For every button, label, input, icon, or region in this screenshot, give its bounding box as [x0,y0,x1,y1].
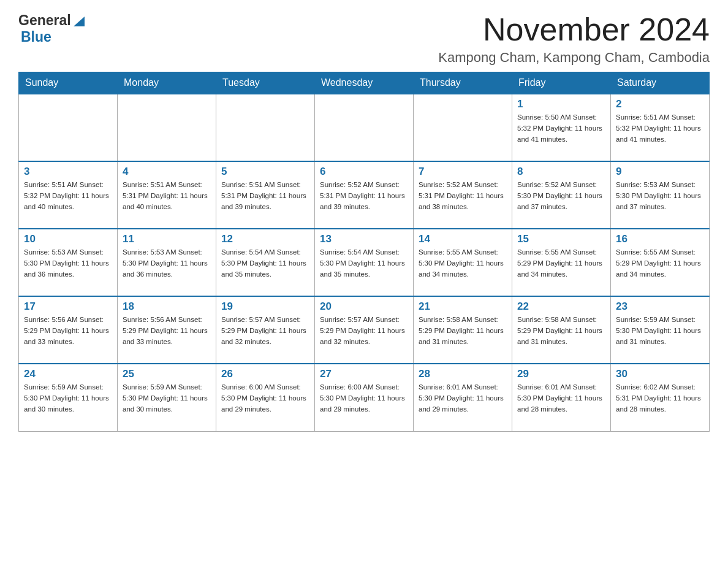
day-info: Sunrise: 5:56 AM Sunset: 5:29 PM Dayligh… [24,315,112,347]
day-info: Sunrise: 5:55 AM Sunset: 5:30 PM Dayligh… [419,247,507,280]
day-info: Sunrise: 5:55 AM Sunset: 5:29 PM Dayligh… [517,247,605,280]
table-row: 1Sunrise: 5:50 AM Sunset: 5:32 PM Daylig… [512,94,611,161]
table-row: 21Sunrise: 5:58 AM Sunset: 5:29 PM Dayli… [414,296,512,364]
calendar-week-1: 1Sunrise: 5:50 AM Sunset: 5:32 PM Daylig… [19,94,710,161]
col-thursday: Thursday [414,72,512,94]
day-number: 29 [517,368,605,380]
table-row: 9Sunrise: 5:53 AM Sunset: 5:30 PM Daylig… [611,161,710,229]
day-number: 26 [221,368,309,380]
table-row: 13Sunrise: 5:54 AM Sunset: 5:30 PM Dayli… [315,229,414,296]
day-info: Sunrise: 5:59 AM Sunset: 5:30 PM Dayligh… [24,382,112,415]
day-number: 11 [123,233,211,245]
day-number: 19 [221,301,309,313]
day-number: 5 [221,166,309,178]
day-info: Sunrise: 5:55 AM Sunset: 5:29 PM Dayligh… [616,247,704,280]
logo-blue-text: Blue [21,29,51,45]
table-row: 23Sunrise: 5:59 AM Sunset: 5:30 PM Dayli… [611,296,710,364]
day-number: 18 [123,301,211,313]
day-info: Sunrise: 5:56 AM Sunset: 5:29 PM Dayligh… [123,315,211,347]
day-info: Sunrise: 5:53 AM Sunset: 5:30 PM Dayligh… [24,247,112,280]
day-number: 24 [24,368,112,380]
table-row: 15Sunrise: 5:55 AM Sunset: 5:29 PM Dayli… [512,229,611,296]
day-number: 12 [221,233,309,245]
day-info: Sunrise: 5:52 AM Sunset: 5:31 PM Dayligh… [419,180,507,212]
day-number: 2 [616,98,704,110]
day-number: 27 [320,368,408,380]
day-info: Sunrise: 5:53 AM Sunset: 5:30 PM Dayligh… [123,247,211,280]
header: General Blue November 2024 Kampong Cham,… [18,12,710,66]
table-row: 2Sunrise: 5:51 AM Sunset: 5:32 PM Daylig… [611,94,710,161]
calendar-week-4: 17Sunrise: 5:56 AM Sunset: 5:29 PM Dayli… [19,296,710,364]
day-info: Sunrise: 6:00 AM Sunset: 5:30 PM Dayligh… [221,382,309,415]
col-monday: Monday [118,72,216,94]
table-row: 24Sunrise: 5:59 AM Sunset: 5:30 PM Dayli… [19,364,118,431]
day-number: 23 [616,301,704,313]
table-row: 4Sunrise: 5:51 AM Sunset: 5:31 PM Daylig… [118,161,216,229]
day-number: 30 [616,368,704,380]
day-number: 14 [419,233,507,245]
day-info: Sunrise: 5:57 AM Sunset: 5:29 PM Dayligh… [221,315,309,347]
table-row [118,94,216,161]
day-info: Sunrise: 5:54 AM Sunset: 5:30 PM Dayligh… [320,247,408,280]
table-row: 14Sunrise: 5:55 AM Sunset: 5:30 PM Dayli… [414,229,512,296]
day-number: 9 [616,166,704,178]
table-row: 11Sunrise: 5:53 AM Sunset: 5:30 PM Dayli… [118,229,216,296]
table-row: 19Sunrise: 5:57 AM Sunset: 5:29 PM Dayli… [216,296,315,364]
day-number: 21 [419,301,507,313]
day-number: 15 [517,233,605,245]
calendar-week-3: 10Sunrise: 5:53 AM Sunset: 5:30 PM Dayli… [19,229,710,296]
calendar-header-row: Sunday Monday Tuesday Wednesday Thursday… [19,72,710,94]
col-tuesday: Tuesday [216,72,315,94]
day-number: 8 [517,166,605,178]
day-info: Sunrise: 5:51 AM Sunset: 5:32 PM Dayligh… [616,112,704,145]
day-info: Sunrise: 5:58 AM Sunset: 5:29 PM Dayligh… [517,315,605,347]
table-row: 29Sunrise: 6:01 AM Sunset: 5:30 PM Dayli… [512,364,611,431]
day-info: Sunrise: 5:51 AM Sunset: 5:31 PM Dayligh… [123,180,211,212]
day-number: 25 [123,368,211,380]
table-row: 20Sunrise: 5:57 AM Sunset: 5:29 PM Dayli… [315,296,414,364]
day-info: Sunrise: 5:58 AM Sunset: 5:29 PM Dayligh… [419,315,507,347]
day-info: Sunrise: 5:59 AM Sunset: 5:30 PM Dayligh… [616,315,704,347]
col-friday: Friday [512,72,611,94]
day-number: 6 [320,166,408,178]
table-row [315,94,414,161]
day-number: 28 [419,368,507,380]
day-number: 3 [24,166,112,178]
calendar-table: Sunday Monday Tuesday Wednesday Thursday… [18,72,710,432]
day-info: Sunrise: 5:52 AM Sunset: 5:30 PM Dayligh… [517,180,605,212]
table-row: 6Sunrise: 5:52 AM Sunset: 5:31 PM Daylig… [315,161,414,229]
svg-marker-0 [74,17,85,26]
title-area: November 2024 Kampong Cham, Kampong Cham… [438,12,710,66]
table-row: 10Sunrise: 5:53 AM Sunset: 5:30 PM Dayli… [19,229,118,296]
logo-general-text: General [18,12,71,29]
day-info: Sunrise: 5:50 AM Sunset: 5:32 PM Dayligh… [517,112,605,145]
location-subtitle: Kampong Cham, Kampong Cham, Cambodia [438,50,710,66]
day-info: Sunrise: 6:01 AM Sunset: 5:30 PM Dayligh… [517,382,605,415]
day-number: 20 [320,301,408,313]
calendar-week-2: 3Sunrise: 5:51 AM Sunset: 5:32 PM Daylig… [19,161,710,229]
table-row: 28Sunrise: 6:01 AM Sunset: 5:30 PM Dayli… [414,364,512,431]
table-row: 22Sunrise: 5:58 AM Sunset: 5:29 PM Dayli… [512,296,611,364]
day-number: 7 [419,166,507,178]
day-info: Sunrise: 6:00 AM Sunset: 5:30 PM Dayligh… [320,382,408,415]
day-info: Sunrise: 6:01 AM Sunset: 5:30 PM Dayligh… [419,382,507,415]
table-row: 5Sunrise: 5:51 AM Sunset: 5:31 PM Daylig… [216,161,315,229]
day-info: Sunrise: 5:59 AM Sunset: 5:30 PM Dayligh… [123,382,211,415]
day-info: Sunrise: 5:51 AM Sunset: 5:31 PM Dayligh… [221,180,309,212]
logo: General Blue [18,12,86,45]
day-number: 1 [517,98,605,110]
month-title: November 2024 [438,12,710,47]
day-number: 17 [24,301,112,313]
day-info: Sunrise: 5:54 AM Sunset: 5:30 PM Dayligh… [221,247,309,280]
table-row: 26Sunrise: 6:00 AM Sunset: 5:30 PM Dayli… [216,364,315,431]
day-info: Sunrise: 5:52 AM Sunset: 5:31 PM Dayligh… [320,180,408,212]
col-sunday: Sunday [19,72,118,94]
calendar-week-5: 24Sunrise: 5:59 AM Sunset: 5:30 PM Dayli… [19,364,710,431]
day-info: Sunrise: 5:51 AM Sunset: 5:32 PM Dayligh… [24,180,112,212]
logo-triangle-icon [72,14,86,28]
col-saturday: Saturday [611,72,710,94]
table-row: 25Sunrise: 5:59 AM Sunset: 5:30 PM Dayli… [118,364,216,431]
day-number: 16 [616,233,704,245]
table-row: 18Sunrise: 5:56 AM Sunset: 5:29 PM Dayli… [118,296,216,364]
table-row [414,94,512,161]
